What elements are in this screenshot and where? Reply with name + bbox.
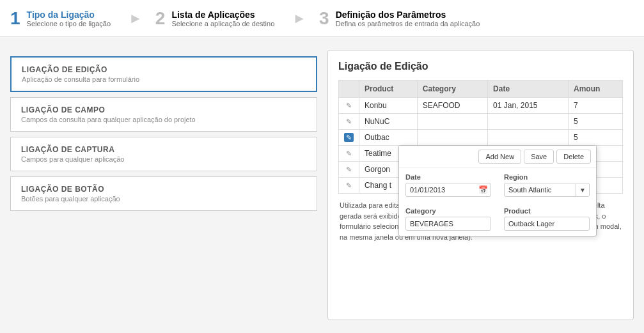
cell-date-2 xyxy=(488,114,569,130)
save-button[interactable]: Save xyxy=(524,150,554,164)
col-date: Date xyxy=(488,81,569,98)
step-1-title: Tipo da Ligação xyxy=(27,10,111,20)
step-1-number: 1 xyxy=(10,10,20,27)
step-2-number: 2 xyxy=(155,10,166,27)
edit-icon-4[interactable]: ✎ xyxy=(346,150,352,157)
category-input[interactable] xyxy=(405,217,491,231)
option-botao[interactable]: LIGAÇÃO DE BOTÃO Botões para qualquer ap… xyxy=(10,176,317,211)
right-panel: Ligação de Edição Product Category Date … xyxy=(327,50,634,320)
option-edicao-title: LIGAÇÃO DE EDIÇÃO xyxy=(22,65,306,74)
edit-icon-2[interactable]: ✎ xyxy=(346,118,352,125)
step-3-title: Definição dos Parâmetros xyxy=(336,10,480,20)
option-edicao[interactable]: LIGAÇÃO DE EDIÇÃO Aplicação de consulta … xyxy=(10,56,317,92)
option-botao-title: LIGAÇÃO DE BOTÃO xyxy=(21,185,306,194)
region-dropdown-arrow: ▼ xyxy=(576,184,589,196)
edit-icon-6[interactable]: ✎ xyxy=(346,182,352,189)
col-edit xyxy=(339,81,359,98)
popup-form: Add New Save Delete Date 📅 Region Sou xyxy=(398,145,597,236)
step-1-sub: Selecione o tipo de ligação xyxy=(27,20,111,27)
option-edicao-sub: Aplicação de consulta para formulário xyxy=(22,75,306,83)
left-panel: LIGAÇÃO DE EDIÇÃO Aplicação de consulta … xyxy=(10,50,317,320)
option-captura-title: LIGAÇÃO DE CAPTURA xyxy=(21,145,306,154)
region-label: Region xyxy=(504,173,590,181)
date-field: Date 📅 xyxy=(399,168,498,202)
table-row: ✎ Outbac 5 xyxy=(339,130,623,146)
calendar-icon[interactable]: 📅 xyxy=(478,185,488,194)
step-3-sub: Defina os parâmetros de entrada da aplic… xyxy=(336,20,480,27)
cell-product-1: Konbu xyxy=(359,98,418,114)
col-category: Category xyxy=(417,81,487,98)
option-campo-sub: Campos da consulta para qualquer aplicaç… xyxy=(21,116,306,123)
delete-button[interactable]: Delete xyxy=(556,150,591,164)
cell-date-3 xyxy=(488,130,569,146)
region-field: Region South Atlantic ▼ xyxy=(498,168,596,202)
table-row: ✎ NuNuC 5 xyxy=(339,114,623,130)
col-amount: Amoun xyxy=(568,81,622,98)
option-captura-sub: Campos para qualquer aplicação xyxy=(21,155,306,163)
wizard-step-1[interactable]: 1 Tipo da Ligação Selecione o tipo de li… xyxy=(0,0,126,36)
wizard-arrow-1: ► xyxy=(126,0,145,36)
product-input[interactable] xyxy=(504,217,590,231)
region-select-wrap: South Atlantic ▼ xyxy=(504,183,590,197)
col-product: Product xyxy=(359,81,418,98)
category-label: Category xyxy=(405,207,491,215)
add-new-button[interactable]: Add New xyxy=(478,150,521,164)
cell-amount-1: 7 xyxy=(568,98,622,114)
cell-product-3: Outbac xyxy=(359,130,418,146)
wizard-bar: 1 Tipo da Ligação Selecione o tipo de li… xyxy=(0,0,644,37)
date-label: Date xyxy=(405,173,491,181)
step-2-sub: Selecione a aplicação de destino xyxy=(171,20,274,27)
edit-icon-1[interactable]: ✎ xyxy=(346,102,352,109)
product-label: Product xyxy=(504,207,590,215)
cell-date-1: 01 Jan, 2015 xyxy=(488,98,569,114)
wizard-step-3[interactable]: 3 Definição dos Parâmetros Defina os par… xyxy=(309,0,495,36)
option-campo[interactable]: LIGAÇÃO DE CAMPO Campos da consulta para… xyxy=(10,97,317,132)
wizard-arrow-2: ► xyxy=(290,0,309,36)
cell-amount-3: 5 xyxy=(568,130,622,146)
edit-icon-3[interactable]: ✎ xyxy=(344,133,354,142)
panel-title: Ligação de Edição xyxy=(338,61,623,72)
main-content: LIGAÇÃO DE EDIÇÃO Aplicação de consulta … xyxy=(0,37,644,333)
option-botao-sub: Botões para qualquer aplicação xyxy=(21,195,306,203)
popup-fields: Date 📅 Region South Atlantic ▼ xyxy=(399,168,596,236)
table-row: ✎ Konbu SEAFOOD 01 Jan, 2015 7 xyxy=(339,98,623,114)
popup-actions: Add New Save Delete xyxy=(399,146,596,168)
cell-category-1: SEAFOOD xyxy=(417,98,487,114)
cell-category-3 xyxy=(417,130,487,146)
option-captura[interactable]: LIGAÇÃO DE CAPTURA Campos para qualquer … xyxy=(10,137,317,171)
cell-category-2 xyxy=(417,114,487,130)
cell-amount-2: 5 xyxy=(568,114,622,130)
step-2-title: Lista de Aplicações xyxy=(171,10,274,20)
wizard-step-2[interactable]: 2 Lista de Aplicações Selecione a aplica… xyxy=(145,0,290,36)
category-field: Category xyxy=(399,202,498,236)
cell-product-2: NuNuC xyxy=(359,114,418,130)
option-campo-title: LIGAÇÃO DE CAMPO xyxy=(21,105,306,114)
edit-icon-5[interactable]: ✎ xyxy=(346,166,352,173)
product-field: Product xyxy=(498,202,596,236)
step-3-number: 3 xyxy=(319,10,329,27)
region-select[interactable]: South Atlantic xyxy=(505,183,576,196)
date-input-wrap: 📅 xyxy=(405,183,491,197)
